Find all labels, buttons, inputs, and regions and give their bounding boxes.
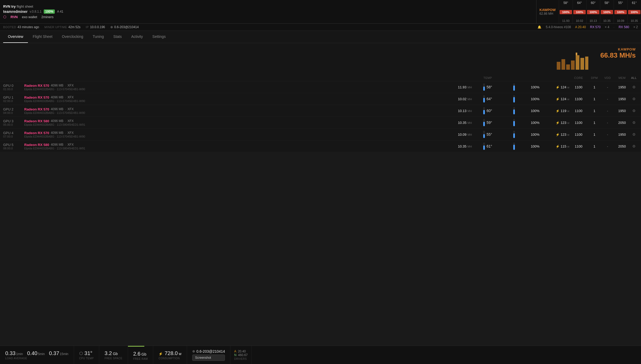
temp-bar-4 — [483, 131, 485, 138]
gpu-oc-btn-5[interactable]: ⚙ — [630, 144, 638, 148]
gpu-brand-1: XFX — [67, 95, 73, 99]
power-unit-5: w — [567, 145, 569, 148]
gpu-bus-2: 04:00.0 — [3, 111, 24, 114]
uptime-val: 42m 52s — [68, 25, 81, 29]
svg-rect-0 — [557, 62, 560, 70]
bell-icon: 🔔 — [538, 25, 541, 29]
gpu-dot-0: · — [65, 84, 66, 88]
tab-activity[interactable]: Activity — [126, 31, 147, 43]
nav-tabs: OverviewFlight SheetOverclockingTuningSt… — [0, 31, 641, 43]
gpu-oc-btn-0[interactable]: ⚙ — [630, 85, 638, 89]
gpu-model-name-2: Radeon RX 570 — [24, 107, 49, 111]
gpu-vram-1: 4096 MB — [51, 95, 63, 99]
gpu-oc-btn-2[interactable]: ⚙ — [630, 109, 638, 113]
miner-name: teamredminer — [3, 9, 28, 14]
gpu-bus-4: 07:00.0 — [3, 135, 24, 138]
gpu-hash-4: 10.09 MH — [440, 133, 472, 136]
miner-row: teamredminer v.0.8.1.1 100% A 41 — [3, 9, 533, 14]
fan-bar-0 — [513, 83, 515, 91]
gpu-pct-0: 100% — [525, 85, 546, 89]
gpu-fan-2 — [504, 107, 525, 114]
gpu-col-temp-4: 55° — [618, 1, 623, 5]
gpu-power-5: ⚡ 115 w — [546, 144, 569, 148]
gpu-vram-2: 4096 MB — [51, 107, 63, 111]
tab-tuning[interactable]: Tuning — [88, 31, 109, 43]
power-unit-2: w — [567, 109, 569, 113]
chart-algo: KAWPOW — [600, 47, 636, 51]
gpu-chip-0: Elpida EDW4032BABG · 113-57045EHB1-W90 — [24, 88, 440, 91]
gpu-brand-4: XFX — [67, 131, 73, 135]
gpu-fan-4 — [504, 131, 525, 138]
power-unit-0: w — [567, 86, 569, 89]
fan-bar-1 — [513, 95, 515, 103]
algo-letter: A 41 — [57, 10, 63, 13]
coin-icon: ⬡ — [3, 15, 6, 19]
fan-bar-fill-4 — [513, 133, 515, 138]
gpu-num-0: GPU 0 — [3, 84, 24, 88]
gpu-model-name-1: Radeon RX 570 — [24, 95, 49, 99]
gpu-vdd-1: - — [601, 97, 614, 101]
gpu-row: GPU 3 05:00.0 Radeon RX 580 4096 MB · XF… — [0, 117, 641, 129]
tab-settings[interactable]: Settings — [148, 31, 171, 43]
tab-overclocking[interactable]: Overclocking — [57, 31, 88, 43]
gpu-oc-btn-4[interactable]: ⚙ — [630, 132, 638, 136]
gpu-table-header: TEMP CORE DPM VDD MEM all — [0, 75, 641, 81]
temp-bar-fill-3 — [483, 122, 485, 126]
svg-rect-5 — [580, 58, 584, 70]
gpu-core-4: 1100 — [569, 133, 588, 136]
fan-bar-fill-3 — [513, 121, 515, 126]
temp-bar-3 — [483, 119, 485, 126]
gpu-core-0: 1100 — [569, 85, 588, 89]
gpu-dpm-2: 1 — [588, 109, 601, 113]
header-oc-all[interactable]: all — [630, 76, 638, 79]
fan-bar-fill-0 — [513, 85, 515, 91]
gpu-dpm-0: 1 — [588, 85, 601, 89]
gpu-id-5: GPU 5 08:00.0 — [3, 143, 24, 150]
lightning-icon-0: ⚡ — [556, 85, 560, 89]
tab-stats[interactable]: Stats — [109, 31, 126, 43]
gpu-model-1: Radeon RX 570 4096 MB · XFX — [24, 95, 440, 99]
lightning-icon-1: ⚡ — [556, 97, 560, 101]
temp-bar-5 — [483, 143, 485, 150]
gpu-model-name-5: Radeon RX 580 — [24, 143, 49, 147]
gpu-header-col-1: 64° 100% 10.02 — [573, 0, 586, 23]
gpu-col-pct-4: 100% — [614, 10, 627, 14]
gpu-dpm-4: 1 — [588, 133, 601, 136]
gpu-bus-5: 08:00.0 — [3, 147, 24, 150]
booted-val: 43 minutes ago — [17, 25, 39, 29]
gpu-vram-5: 4096 MB — [51, 143, 63, 146]
tab-overview[interactable]: Overview — [3, 31, 28, 43]
gpu-id-4: GPU 4 07:00.0 — [3, 131, 24, 138]
gpu-num-4: GPU 4 — [3, 131, 24, 135]
temp-val-0: 58° — [486, 85, 492, 89]
hash-unit-3: MH — [467, 121, 472, 124]
gpu-vram-0: 4096 MB — [51, 84, 63, 87]
gpu-chip-3: Elpida EDW4032BABG · 113-58045HED1-W91 — [24, 123, 440, 126]
gpu-oc-btn-3[interactable]: ⚙ — [630, 120, 638, 125]
gpu-temps-cols: 58° 100% 11.93 64° 100% 10.02 60° 100% 1… — [559, 0, 641, 23]
gpu-header-col-4: 55° 100% 10.09 — [614, 0, 627, 23]
gpu-core-3: 1100 — [569, 121, 588, 125]
gpu-name-cell-1: Radeon RX 570 4096 MB · XFX Elpida EDW40… — [24, 95, 440, 103]
tab-flight-sheet[interactable]: Flight Sheet — [28, 31, 57, 43]
gpu-power-4: ⚡ 123 w — [546, 133, 569, 136]
uptime-label: MINER UPTIME — [45, 26, 67, 29]
svg-rect-4 — [576, 55, 579, 70]
dot-separator: · — [614, 25, 614, 29]
hashrate-chart — [557, 51, 588, 70]
gpu-row: GPU 0 01:00.0 Radeon RX 570 4096 MB · XF… — [0, 81, 641, 93]
gpu-dot-1: · — [65, 95, 66, 99]
temp-val-5: 61° — [486, 144, 492, 148]
gpu-row: GPU 5 08:00.0 Radeon RX 580 4096 MB · XF… — [0, 140, 641, 152]
gpu-id-1: GPU 1 02:00.0 — [3, 95, 24, 103]
gpu-temp-cell-1: 64° — [472, 95, 504, 103]
gpu-power-0: ⚡ 124 w — [546, 85, 569, 89]
gpu-bus-3: 05:00.0 — [3, 123, 24, 126]
gpu-oc-btn-1[interactable]: ⚙ — [630, 97, 638, 101]
chart-visual — [557, 51, 588, 70]
gpu-vdd-4: - — [601, 133, 614, 136]
gpu-model-2: Radeon RX 570 4096 MB · XFX — [24, 107, 440, 111]
svg-rect-7 — [576, 53, 577, 55]
gpu-dpm-5: 1 — [588, 144, 601, 148]
chart-label: KAWPOW 66.83 MH/s — [600, 47, 636, 59]
